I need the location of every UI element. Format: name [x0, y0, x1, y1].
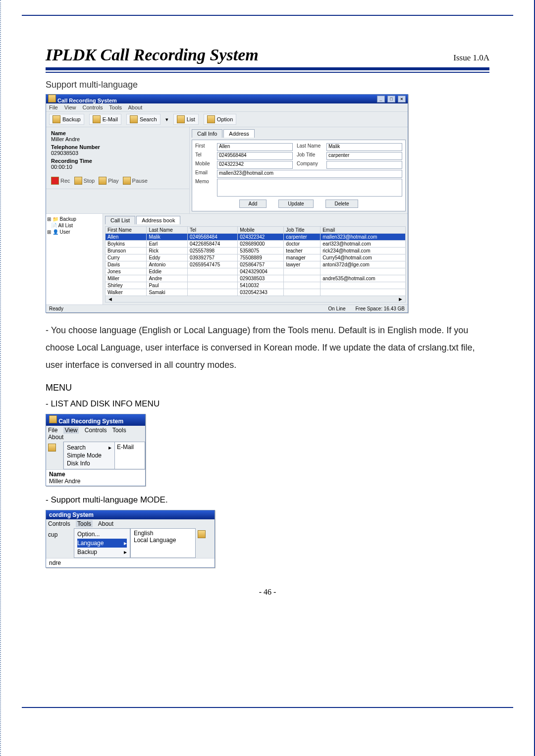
add-button[interactable]: Add: [239, 200, 267, 208]
view-dropdown[interactable]: Search▸ Simple Mode Disk Info: [63, 442, 115, 469]
table-row[interactable]: AllenMalik0249568484024322342carpenterma…: [106, 234, 406, 241]
first-input[interactable]: Allen: [217, 143, 293, 151]
email-button[interactable]: E-Mail: [89, 114, 121, 125]
mini2-title: cording System: [46, 510, 214, 519]
menu-controls[interactable]: Controls: [83, 104, 103, 110]
tools-language[interactable]: Language▸: [77, 539, 127, 548]
cell: carpenter: [284, 234, 321, 241]
menubar[interactable]: File View Controls Tools About: [46, 103, 408, 111]
delete-button[interactable]: Delete: [325, 200, 359, 208]
pause-button[interactable]: Pause: [123, 177, 148, 185]
menu-about[interactable]: About: [48, 434, 63, 441]
tab-address-book[interactable]: Address book: [136, 216, 180, 224]
tools-backup[interactable]: Backup▸: [77, 548, 127, 556]
close-icon[interactable]: ×: [398, 96, 406, 102]
language-submenu[interactable]: English Local Language: [130, 528, 196, 558]
search-button[interactable]: Search: [126, 114, 160, 125]
email-sidebutton[interactable]: E-Mail: [114, 442, 145, 469]
tree-all-list[interactable]: 📄 All List: [47, 222, 102, 229]
cell: 0320542343: [238, 289, 284, 296]
grid-header[interactable]: Last Name: [147, 227, 188, 234]
lastname-input[interactable]: Malik: [326, 143, 402, 151]
company-input[interactable]: [326, 161, 402, 169]
menu-tools[interactable]: Tools: [109, 104, 122, 110]
rec-button[interactable]: Rec: [51, 177, 70, 185]
scroll-left-icon[interactable]: ◄: [106, 296, 115, 302]
table-row[interactable]: BoykinsEarl04226858474028689000doctorear…: [106, 241, 406, 248]
grid-header[interactable]: First Name: [106, 227, 147, 234]
table-row[interactable]: DavisAntonio02659547475025864757lawyeran…: [106, 261, 406, 268]
menu-about[interactable]: About: [128, 104, 142, 110]
menu-view[interactable]: View: [64, 104, 76, 110]
mini1-name-value: Miller Andre: [49, 478, 80, 485]
cell: Miller: [106, 275, 147, 282]
recording-time-label: Recording Time: [51, 158, 92, 164]
view-simple-mode[interactable]: Simple Mode: [67, 452, 111, 459]
view-search[interactable]: Search▸: [67, 444, 111, 452]
grid-header[interactable]: Tel: [188, 227, 238, 234]
cell: 025864757: [238, 261, 284, 268]
language-english[interactable]: English: [134, 530, 192, 537]
tab-address[interactable]: Address: [223, 129, 254, 138]
tel-input[interactable]: 0249568484: [217, 152, 293, 160]
menu-tools[interactable]: Tools: [112, 427, 126, 434]
table-row[interactable]: JonesEddie0424329004: [106, 268, 406, 275]
doc-issue: Issue 1.0A: [453, 53, 489, 63]
menu-file[interactable]: File: [49, 104, 58, 110]
mobile-input[interactable]: 024322342: [217, 161, 293, 169]
tree-view[interactable]: ⊞ 📁 Backup 📄 All List ⊞ 👤 User: [46, 214, 103, 304]
submenu-arrow-icon: ▸: [108, 444, 111, 451]
tab-call-list[interactable]: Call List: [105, 216, 135, 224]
grid-header[interactable]: Email: [321, 227, 406, 234]
menu-view[interactable]: View: [63, 427, 79, 434]
table-row[interactable]: CurryEddy03939275775508889managerCurry54…: [106, 254, 406, 261]
view-disk-info[interactable]: Disk Info: [67, 459, 111, 467]
menu-about[interactable]: About: [98, 520, 113, 527]
table-row[interactable]: ShirleyPaul5410032: [106, 282, 406, 289]
app-icon: [49, 415, 57, 423]
cell: Antonio: [147, 261, 188, 268]
address-grid[interactable]: First NameLast NameTelMobileJob TitleEma…: [105, 226, 406, 296]
tools-option[interactable]: Option...: [77, 530, 127, 539]
email-input[interactable]: mallen323@hotmail.com: [217, 170, 402, 178]
grid-header[interactable]: Job Title: [284, 227, 321, 234]
list-button[interactable]: List: [173, 114, 199, 125]
tree-backup[interactable]: ⊞ 📁 Backup: [47, 216, 102, 222]
table-row[interactable]: BrunsonRick0255578985358075teacherrick23…: [106, 248, 406, 254]
play-button[interactable]: Play: [99, 177, 118, 185]
tools-dropdown[interactable]: Option... Language▸ Backup▸: [74, 528, 130, 558]
language-local[interactable]: Local Language: [134, 537, 192, 544]
menu-tools[interactable]: Tools: [76, 520, 93, 527]
recording-time-value: 00:00:10: [51, 164, 184, 170]
mini1-menubar[interactable]: File View Controls Tools About: [46, 426, 145, 442]
cell: antoni372d@lge.com: [321, 261, 406, 268]
minimize-icon[interactable]: _: [377, 96, 385, 102]
list-disk-heading: - LIST AND DISK INFO MENU: [46, 399, 489, 409]
table-row[interactable]: WalkerSamaki0320542343: [106, 289, 406, 296]
dropdown-arrow-icon[interactable]: ▾: [165, 116, 168, 123]
mini2-menubar[interactable]: Controls Tools About: [46, 519, 214, 528]
window-controls[interactable]: _ □ ×: [376, 96, 406, 102]
menu-file[interactable]: File: [48, 427, 57, 434]
menu-controls[interactable]: Controls: [48, 520, 70, 527]
grid-header[interactable]: Mobile: [238, 227, 284, 234]
scroll-right-icon[interactable]: ►: [396, 296, 405, 302]
tree-user[interactable]: ⊞ 👤 User: [47, 229, 102, 235]
option-button[interactable]: Option: [204, 114, 236, 125]
tab-call-info[interactable]: Call Info: [192, 129, 222, 138]
menu-controls[interactable]: Controls: [85, 427, 107, 434]
email-label: Email: [195, 170, 217, 178]
table-row[interactable]: MillerAndre029038503andre535@hotmail.com: [106, 275, 406, 282]
mini1-name-label: Name: [49, 471, 65, 478]
stop-button[interactable]: Stop: [74, 177, 95, 185]
cell: teacher: [284, 248, 321, 254]
cell: 025557898: [188, 248, 238, 254]
maximize-icon[interactable]: □: [387, 96, 395, 102]
backup-button[interactable]: Backup: [49, 114, 84, 125]
jobtitle-input[interactable]: carpenter: [326, 152, 402, 160]
memo-input[interactable]: [217, 179, 402, 197]
mini2-left-label: cup: [48, 531, 57, 538]
update-button[interactable]: Update: [278, 200, 313, 208]
name-label: Name: [51, 130, 66, 136]
cell: Curry: [106, 254, 147, 261]
